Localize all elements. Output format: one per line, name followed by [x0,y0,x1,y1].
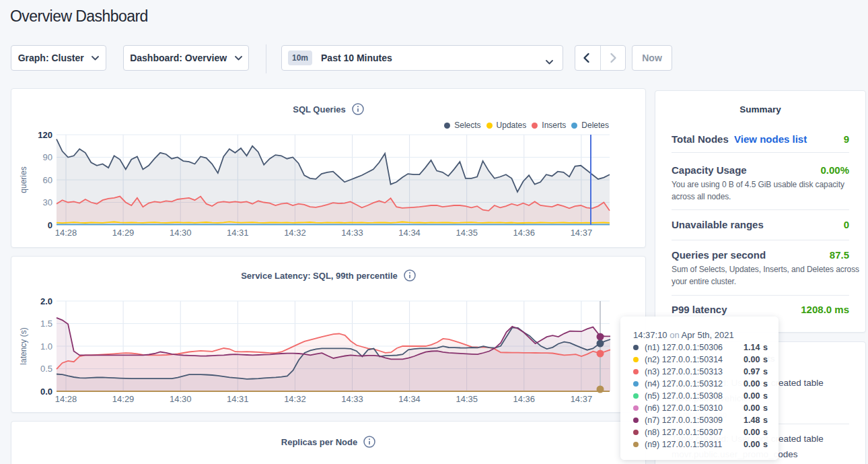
svg-text:14:35: 14:35 [456,394,478,404]
svg-text:60: 60 [43,175,52,185]
svg-text:14:33: 14:33 [341,228,363,238]
svg-text:14:37: 14:37 [571,228,593,238]
svg-text:14:28: 14:28 [55,394,77,404]
svg-text:0.0: 0.0 [40,387,52,397]
svg-text:14:34: 14:34 [398,394,421,404]
svg-text:1.5: 1.5 [40,319,52,329]
svg-text:14:32: 14:32 [284,394,306,404]
svg-text:latency (s): latency (s) [19,327,28,364]
svg-text:0.5: 0.5 [40,364,52,374]
svg-text:14:32: 14:32 [284,228,306,238]
svg-text:1.0: 1.0 [40,341,52,352]
svg-text:14:36: 14:36 [513,228,536,238]
svg-text:14:31: 14:31 [227,228,249,238]
svg-text:14:34: 14:34 [398,228,421,238]
svg-text:30: 30 [43,197,52,207]
svg-text:14:31: 14:31 [227,394,249,404]
svg-text:queries: queries [19,166,28,193]
svg-text:14:36: 14:36 [513,394,536,404]
svg-text:120: 120 [38,130,52,140]
svg-text:14:29: 14:29 [112,228,135,238]
svg-text:14:35: 14:35 [456,228,478,238]
svg-text:2.0: 2.0 [40,296,52,306]
svg-text:14:37: 14:37 [571,394,593,404]
svg-text:14:33: 14:33 [341,394,363,404]
svg-text:14:30: 14:30 [170,394,192,404]
svg-text:14:29: 14:29 [112,394,135,404]
svg-text:14:28: 14:28 [55,228,77,238]
svg-text:90: 90 [43,152,52,162]
svg-text:14:30: 14:30 [170,228,192,238]
svg-text:0: 0 [48,220,52,230]
